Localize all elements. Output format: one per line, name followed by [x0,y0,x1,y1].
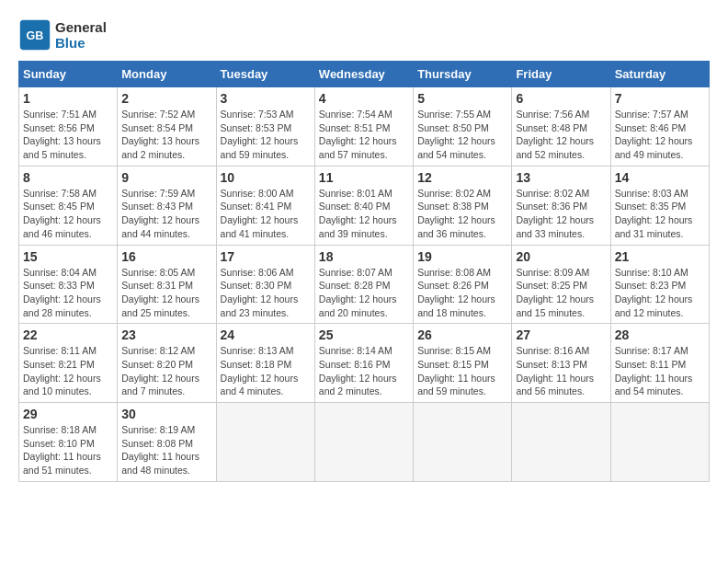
day-number: 11 [319,170,409,185]
sunrise-text: Sunrise: 8:14 AM [319,344,409,358]
sunset-text: Sunset: 8:38 PM [417,200,507,213]
day-info: Sunrise: 8:02 AM Sunset: 8:36 PM Dayligh… [516,187,606,241]
calendar-day-cell: 10 Sunrise: 8:00 AM Sunset: 8:41 PM Dayl… [216,166,314,245]
day-number: 23 [121,327,211,342]
sunrise-text: Sunrise: 7:52 AM [121,108,211,121]
day-info: Sunrise: 8:13 AM Sunset: 8:18 PM Dayligh… [221,344,311,398]
day-info: Sunrise: 7:57 AM Sunset: 8:46 PM Dayligh… [615,108,705,162]
day-info: Sunrise: 7:54 AM Sunset: 8:51 PM Dayligh… [319,108,409,162]
sunset-text: Sunset: 8:53 PM [221,121,311,135]
day-number: 20 [516,249,606,264]
day-number: 25 [319,327,409,342]
daylight-text: Daylight: 12 hoursand 2 minutes. [319,372,409,398]
day-number: 10 [221,170,311,185]
daylight-text: Daylight: 11 hoursand 59 minutes. [417,372,507,398]
daylight-text: Daylight: 12 hoursand 54 minutes. [417,134,507,161]
calendar-day-cell: 17 Sunrise: 8:06 AM Sunset: 8:30 PM Dayl… [216,245,314,324]
calendar-day-cell: 29 Sunrise: 8:18 AM Sunset: 8:10 PM Dayl… [19,403,118,482]
sunrise-text: Sunrise: 8:09 AM [516,266,606,280]
calendar-day-cell [512,403,610,482]
day-number: 5 [417,91,507,106]
day-info: Sunrise: 8:17 AM Sunset: 8:11 PM Dayligh… [615,344,705,398]
day-number: 7 [615,91,705,106]
day-number: 8 [23,170,113,185]
day-info: Sunrise: 8:11 AM Sunset: 8:21 PM Dayligh… [23,344,113,398]
daylight-text: Daylight: 12 hoursand 28 minutes. [23,293,113,319]
daylight-text: Daylight: 12 hoursand 57 minutes. [319,134,409,161]
sunset-text: Sunset: 8:25 PM [516,279,606,293]
sunrise-text: Sunrise: 8:12 AM [121,344,211,358]
sunrise-text: Sunrise: 8:13 AM [221,344,311,358]
daylight-text: Daylight: 11 hoursand 48 minutes. [121,450,211,477]
sunrise-text: Sunrise: 8:15 AM [417,344,507,358]
sunset-text: Sunset: 8:30 PM [221,279,311,293]
day-number: 9 [121,170,211,185]
day-info: Sunrise: 8:14 AM Sunset: 8:16 PM Dayligh… [319,344,409,398]
sunrise-text: Sunrise: 8:16 AM [516,344,606,358]
day-number: 2 [121,91,211,106]
sunrise-text: Sunrise: 8:18 AM [23,423,113,437]
day-info: Sunrise: 8:04 AM Sunset: 8:33 PM Dayligh… [23,266,113,320]
calendar-day-cell: 8 Sunrise: 7:58 AM Sunset: 8:45 PM Dayli… [19,166,118,245]
day-number: 29 [23,407,113,421]
sunset-text: Sunset: 8:56 PM [23,121,113,135]
calendar-day-cell: 11 Sunrise: 8:01 AM Sunset: 8:40 PM Dayl… [314,166,413,245]
day-number: 14 [615,170,705,185]
sunset-text: Sunset: 8:36 PM [516,200,606,213]
logo: GB General Blue [18,18,107,52]
col-monday: Monday [118,62,216,87]
sunrise-text: Sunrise: 8:01 AM [319,187,409,201]
daylight-text: Daylight: 12 hoursand 33 minutes. [516,213,606,240]
day-number: 15 [23,249,113,264]
calendar-day-cell: 21 Sunrise: 8:10 AM Sunset: 8:23 PM Dayl… [610,245,709,324]
day-number: 3 [221,91,311,106]
calendar-day-cell: 12 Sunrise: 8:02 AM Sunset: 8:38 PM Dayl… [414,166,512,245]
day-number: 17 [221,249,311,264]
sunrise-text: Sunrise: 8:02 AM [417,187,507,201]
day-info: Sunrise: 7:58 AM Sunset: 8:45 PM Dayligh… [23,187,113,241]
sunset-text: Sunset: 8:48 PM [516,121,606,135]
sunset-text: Sunset: 8:21 PM [23,358,113,372]
sunrise-text: Sunrise: 7:51 AM [23,108,113,121]
sunrise-text: Sunrise: 7:56 AM [516,108,606,121]
calendar-week-row: 15 Sunrise: 8:04 AM Sunset: 8:33 PM Dayl… [19,245,710,324]
col-friday: Friday [512,62,610,87]
calendar-day-cell: 9 Sunrise: 7:59 AM Sunset: 8:43 PM Dayli… [118,166,216,245]
daylight-text: Daylight: 12 hoursand 10 minutes. [23,372,113,398]
day-info: Sunrise: 8:03 AM Sunset: 8:35 PM Dayligh… [615,187,705,241]
day-info: Sunrise: 7:52 AM Sunset: 8:54 PM Dayligh… [121,108,211,162]
sunset-text: Sunset: 8:40 PM [319,200,409,213]
day-info: Sunrise: 8:12 AM Sunset: 8:20 PM Dayligh… [121,344,211,398]
day-info: Sunrise: 8:10 AM Sunset: 8:23 PM Dayligh… [615,266,705,320]
calendar-day-cell: 19 Sunrise: 8:08 AM Sunset: 8:26 PM Dayl… [414,245,512,324]
daylight-text: Daylight: 13 hoursand 5 minutes. [23,134,113,161]
sunset-text: Sunset: 8:41 PM [221,200,311,213]
day-number: 22 [23,327,113,342]
sunrise-text: Sunrise: 8:06 AM [221,266,311,280]
daylight-text: Daylight: 12 hoursand 59 minutes. [221,134,311,161]
daylight-text: Daylight: 12 hoursand 4 minutes. [221,372,311,398]
sunrise-text: Sunrise: 7:55 AM [417,108,507,121]
calendar-day-cell [216,403,314,482]
sunset-text: Sunset: 8:15 PM [417,358,507,372]
day-info: Sunrise: 7:51 AM Sunset: 8:56 PM Dayligh… [23,108,113,162]
svg-text:GB: GB [27,29,44,42]
day-info: Sunrise: 8:01 AM Sunset: 8:40 PM Dayligh… [319,187,409,241]
day-info: Sunrise: 8:00 AM Sunset: 8:41 PM Dayligh… [221,187,311,241]
calendar-week-row: 29 Sunrise: 8:18 AM Sunset: 8:10 PM Dayl… [19,403,710,482]
sunset-text: Sunset: 8:51 PM [319,121,409,135]
sunset-text: Sunset: 8:23 PM [615,279,705,293]
calendar-day-cell [314,403,413,482]
calendar-day-cell: 16 Sunrise: 8:05 AM Sunset: 8:31 PM Dayl… [118,245,216,324]
day-number: 21 [615,249,705,264]
sunrise-text: Sunrise: 8:04 AM [23,266,113,280]
calendar-week-row: 22 Sunrise: 8:11 AM Sunset: 8:21 PM Dayl… [19,324,710,403]
day-info: Sunrise: 8:02 AM Sunset: 8:38 PM Dayligh… [417,187,507,241]
daylight-text: Daylight: 12 hoursand 18 minutes. [417,293,507,319]
calendar-day-cell: 23 Sunrise: 8:12 AM Sunset: 8:20 PM Dayl… [118,324,216,403]
sunset-text: Sunset: 8:20 PM [121,358,211,372]
daylight-text: Daylight: 12 hoursand 15 minutes. [516,293,606,319]
calendar-day-cell: 15 Sunrise: 8:04 AM Sunset: 8:33 PM Dayl… [19,245,118,324]
calendar-day-cell: 14 Sunrise: 8:03 AM Sunset: 8:35 PM Dayl… [610,166,709,245]
daylight-text: Daylight: 12 hoursand 46 minutes. [23,213,113,240]
